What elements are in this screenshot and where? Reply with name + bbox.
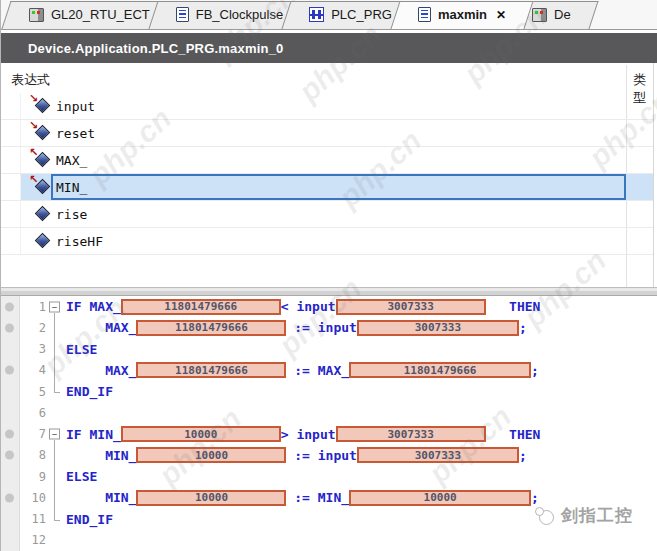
watch-row-max[interactable]: ↖MAX_ [1, 147, 653, 174]
code-content: IF MAX_11801479666< input3007333 THEN [66, 299, 540, 315]
inline-monitor-value[interactable]: 3007333 [357, 447, 519, 463]
tab-fb-clockpulse[interactable]: FB_Clockpulse [160, 0, 299, 29]
line-number: 12 [1, 533, 47, 547]
expression-cell[interactable]: reset [51, 120, 626, 146]
inline-monitor-value[interactable]: 11801479666 [121, 299, 281, 315]
codesys-window: GL20_RTU_ECTFB_ClockpulsePLC_PRGmaxmin✕D… [0, 0, 657, 551]
breadcrumb: Device.Application.PLC_PRG.maxmin_0 [28, 41, 284, 56]
panel-splitter[interactable] [1, 287, 657, 296]
code-text: := input [286, 320, 356, 335]
inline-monitor-value[interactable]: 10000 [136, 490, 286, 506]
fold-column [47, 466, 66, 487]
watch-row-input[interactable]: ↘input [1, 93, 653, 120]
code-line-1[interactable]: 1−IF MAX_11801479666< input3007333 THEN [1, 296, 657, 317]
type-cell[interactable] [626, 93, 654, 119]
collapse-icon[interactable]: − [49, 301, 60, 312]
device-icon [29, 8, 44, 22]
code-text: MIN_ [66, 490, 136, 505]
statement-bullet-icon[interactable] [5, 493, 14, 502]
code-text: ; [519, 448, 527, 463]
code-line-11[interactable]: 11END_IF [1, 509, 657, 530]
fold-column[interactable]: − [47, 296, 66, 317]
tab-label: GL20_RTU_ECT [51, 7, 150, 22]
expression-cell[interactable]: riseHF [51, 228, 626, 254]
statement-bullet-icon[interactable] [5, 366, 14, 375]
type-cell[interactable] [626, 147, 654, 173]
variable-diamond-icon [35, 232, 51, 248]
statement-bullet-icon[interactable] [5, 451, 14, 460]
fold-column[interactable]: − [47, 424, 66, 445]
statement-bullet-icon[interactable] [5, 323, 14, 332]
code-text: END_IF [66, 512, 113, 527]
tab-maxmin[interactable]: maxmin✕ [402, 0, 522, 29]
code-line-2[interactable]: 2 MAX_11801479666 := input3007333; [1, 317, 657, 338]
inline-monitor-value[interactable]: 11801479666 [349, 362, 531, 378]
code-line-4[interactable]: 4 MAX_11801479666 := MAX_11801479666; [1, 360, 657, 381]
inline-monitor-value[interactable]: 3007333 [336, 426, 486, 442]
close-icon[interactable]: ✕ [496, 8, 506, 22]
expression-cell[interactable]: rise [51, 201, 626, 227]
watch-row-min[interactable]: ↖MIN_ [1, 174, 653, 201]
code-content: MIN_10000 := MIN_10000; [66, 490, 539, 506]
code-line-7[interactable]: 7−IF MIN_10000> input3007333 THEN [1, 424, 657, 445]
line-number: 9 [1, 470, 47, 484]
variable-kind-cell [21, 204, 51, 225]
fold-column [47, 487, 66, 508]
code-content: MIN_10000 := input3007333; [66, 447, 527, 463]
row-gutter [1, 147, 21, 173]
code-text: := MIN_ [286, 490, 349, 505]
code-text: := MAX_ [286, 363, 349, 378]
code-line-12[interactable]: 12 [1, 530, 657, 551]
tab-gl20-rtu-ect[interactable]: GL20_RTU_ECT [13, 0, 166, 29]
code-line-9[interactable]: 9ELSE [1, 466, 657, 487]
row-gutter [1, 228, 21, 254]
inline-monitor-value[interactable]: 10000 [349, 490, 531, 506]
fold-column [47, 530, 66, 551]
code-line-3[interactable]: 3ELSE [1, 339, 657, 360]
inline-monitor-value[interactable]: 11801479666 [136, 362, 286, 378]
watch-table-header: 表达式 类型 [1, 63, 653, 93]
line-number: 6 [1, 406, 47, 420]
fold-column [47, 339, 66, 360]
watch-rows: ↘input↘reset↖MAX_↖MIN_riseriseHF [1, 93, 653, 255]
type-cell[interactable] [626, 228, 654, 254]
code-line-8[interactable]: 8 MIN_10000 := input3007333; [1, 445, 657, 466]
code-content: ELSE [66, 342, 97, 357]
type-cell[interactable] [626, 120, 654, 146]
code-content: MAX_11801479666 := input3007333; [66, 320, 527, 336]
output-variable-icon: ↖ [29, 177, 51, 194]
code-line-6[interactable]: 6 [1, 402, 657, 423]
statement-bullet-icon[interactable] [5, 430, 14, 439]
code-lines: 1−IF MAX_11801479666< input3007333 THEN2… [1, 296, 657, 551]
inline-monitor-value[interactable]: 3007333 [357, 320, 519, 336]
st-code-editor[interactable]: 1−IF MAX_11801479666< input3007333 THEN2… [1, 296, 657, 551]
watch-row-rise[interactable]: rise [1, 201, 653, 228]
code-line-10[interactable]: 10 MIN_10000 := MIN_10000; [1, 487, 657, 508]
watch-row-reset[interactable]: ↘reset [1, 120, 653, 147]
type-cell[interactable] [626, 174, 654, 200]
expression-cell[interactable]: MAX_ [51, 147, 626, 173]
code-line-5[interactable]: 5END_IF [1, 381, 657, 402]
variable-diamond-icon [35, 205, 51, 221]
inline-monitor-value[interactable]: 10000 [121, 426, 281, 442]
tab-label: De [554, 7, 571, 22]
variable-kind-cell: ↘ [21, 96, 51, 117]
expression-cell[interactable]: input [51, 93, 626, 119]
tab-label: PLC_PRG [331, 7, 392, 22]
fold-column [47, 317, 66, 338]
inline-monitor-value[interactable]: 3007333 [336, 299, 486, 315]
code-text: ; [531, 490, 539, 505]
inline-monitor-value[interactable]: 11801479666 [136, 320, 286, 336]
code-text: ELSE [66, 342, 97, 357]
type-cell[interactable] [626, 201, 654, 227]
statement-bullet-icon[interactable] [5, 302, 14, 311]
variable-kind-cell: ↖ [21, 150, 51, 171]
fold-column [47, 445, 66, 466]
collapse-icon[interactable]: − [49, 429, 60, 440]
expression-cell[interactable]: MIN_ [51, 174, 626, 200]
code-text: := input [286, 448, 356, 463]
column-header-expression[interactable]: 表达式 [11, 71, 50, 89]
inline-monitor-value[interactable]: 10000 [136, 447, 286, 463]
code-text: THEN [486, 427, 541, 442]
watch-row-risehf[interactable]: riseHF [1, 228, 653, 255]
